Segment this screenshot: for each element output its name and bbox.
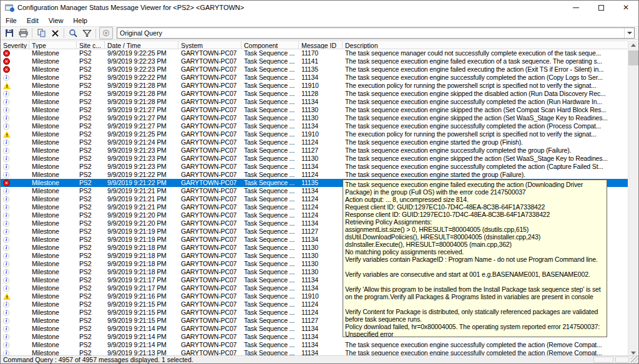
cell-severity	[1, 179, 29, 187]
cell-component: Task Sequence ...	[241, 195, 299, 203]
tooltip-line: Verify variables are consecutive and sta…	[345, 271, 605, 278]
column-header-severity[interactable]: Severity	[1, 41, 29, 49]
table-row[interactable]: Milestone PS2 9/9/2019 9:21:23 PM GARYTO…	[1, 146, 630, 155]
table-row[interactable]: Milestone PS2 9/9/2019 9:21:28 PM GARYTO…	[1, 90, 630, 98]
cell-severity	[1, 325, 29, 333]
cell-system: GARYTOWN-PC07	[178, 292, 241, 300]
scroll-up-button[interactable]	[628, 41, 638, 49]
table-row[interactable]: Milestone PS2 9/9/2019 9:21:23 PM GARYTO…	[1, 163, 630, 171]
table-row[interactable]: Milestone PS2 9/9/2019 9:22:23 PM GARYTO…	[1, 65, 630, 74]
toolbar-separator	[95, 28, 96, 38]
query-combobox[interactable]: Original Query	[117, 27, 635, 39]
cell-system: GARYTOWN-PC07	[178, 146, 241, 155]
cell-component: Task Sequence ...	[241, 187, 299, 195]
cell-description: The task sequence execution engine skipp…	[343, 106, 630, 114]
cell-date-time: 9/9/2019 9:21:21 PM	[105, 203, 178, 211]
chevron-down-icon	[627, 32, 632, 34]
delete-button[interactable]	[48, 27, 62, 39]
table-row[interactable]: Milestone PS2 9/9/2019 9:21:28 PM GARYTO…	[1, 82, 630, 90]
cell-type: Milestone	[29, 309, 77, 317]
cell-description: The execution policy for running the pow…	[343, 130, 630, 138]
cell-date-time: 9/9/2019 9:21:16 PM	[105, 292, 178, 300]
cell-type: Milestone	[29, 57, 77, 65]
cell-type: Milestone	[29, 300, 77, 309]
cell-type: Milestone	[29, 90, 77, 98]
severity-icon	[3, 261, 9, 267]
cell-date-time: 9/9/2019 9:21:14 PM	[105, 325, 178, 333]
menu-view[interactable]: View	[44, 16, 69, 26]
menu-file[interactable]: File	[1, 16, 22, 26]
cell-site-code: PS2	[77, 195, 105, 203]
cell-site-code: PS2	[77, 260, 105, 268]
cell-component: Task Sequence ...	[241, 82, 299, 90]
table-row[interactable]: Milestone PS2 9/9/2019 9:21:22 PM GARYTO…	[1, 171, 630, 179]
cell-message-id: 11134	[299, 341, 343, 349]
cell-type: Milestone	[29, 138, 77, 146]
cell-message-id: 11130	[299, 268, 343, 276]
refresh-query-button[interactable]	[66, 27, 80, 39]
menu-edit[interactable]: Edit	[22, 16, 44, 26]
maximize-button[interactable]	[588, 1, 613, 14]
close-button[interactable]: ✕	[613, 1, 638, 14]
column-header-component[interactable]: Component	[241, 41, 299, 49]
copy-button[interactable]	[34, 27, 48, 39]
column-header-type[interactable]: Type	[29, 41, 77, 49]
cell-component: Task Sequence ...	[241, 300, 299, 309]
severity-icon	[3, 318, 9, 324]
severity-icon	[3, 148, 9, 154]
tooltip-line: Request client ID: GUID:1297EC10-7D4C-48…	[345, 203, 605, 211]
table-row[interactable]: Milestone PS2 9/9/2019 9:21:28 PM GARYTO…	[1, 98, 630, 106]
column-header-date-time[interactable]: Date / Time	[105, 41, 178, 49]
table-row[interactable]: Milestone PS2 9/9/2019 9:21:27 PM GARYTO…	[1, 122, 630, 130]
tooltip-line: assignmentList.size() > 0, HRESULT=80004…	[345, 226, 605, 233]
table-row[interactable]: Milestone PS2 9/9/2019 9:22:25 PM GARYTO…	[1, 49, 630, 57]
cell-date-time: 9/9/2019 9:21:28 PM	[105, 82, 178, 90]
menu-help[interactable]: Help	[68, 16, 92, 26]
scrollbar-thumb[interactable]	[628, 50, 638, 65]
resize-grip[interactable]	[631, 356, 638, 363]
query-combobox-dropdown-button[interactable]	[624, 28, 634, 38]
filter-button[interactable]	[80, 27, 94, 39]
cell-component: Task Sequence ...	[241, 74, 299, 82]
cell-site-code: PS2	[77, 236, 105, 244]
cell-severity	[1, 228, 29, 236]
cell-system: GARYTOWN-PC07	[178, 163, 241, 171]
severity-icon	[3, 204, 9, 211]
cell-message-id: 11134	[299, 163, 343, 171]
cell-type: Milestone	[29, 49, 77, 57]
cell-system: GARYTOWN-PC07	[178, 268, 241, 276]
table-row[interactable]: Milestone PS2 9/9/2019 9:22:23 PM GARYTO…	[1, 57, 630, 65]
cell-description: The task sequence execution engine start…	[343, 171, 630, 179]
table-row[interactable]: Milestone PS2 9/9/2019 9:21:25 PM GARYTO…	[1, 130, 630, 138]
cell-site-code: PS2	[77, 300, 105, 309]
table-row[interactable]: Milestone PS2 9/9/2019 9:21:14 PM GARYTO…	[1, 341, 630, 349]
cell-site-code: PS2	[77, 309, 105, 317]
table-row[interactable]: Milestone PS2 9/9/2019 9:21:27 PM GARYTO…	[1, 114, 630, 122]
cell-site-code: PS2	[77, 325, 105, 333]
column-header-site-code[interactable]: Site c...	[77, 41, 105, 49]
cell-severity	[1, 292, 29, 300]
cell-site-code: PS2	[77, 292, 105, 300]
minimize-button[interactable]	[563, 1, 588, 14]
cell-type: Milestone	[29, 171, 77, 179]
table-row[interactable]: Milestone PS2 9/9/2019 9:21:27 PM GARYTO…	[1, 106, 630, 114]
column-header-message-id[interactable]: Message ID	[299, 41, 343, 49]
table-row[interactable]: Milestone PS2 9/9/2019 9:22:22 PM GARYTO…	[1, 74, 630, 82]
cell-component: Task Sequence ...	[241, 284, 299, 292]
tooltip-line: Policy download failed, hr=0x80004005. T…	[345, 323, 605, 330]
column-header-description[interactable]: Description	[343, 41, 630, 49]
print-button[interactable]	[16, 27, 30, 39]
cell-message-id: 11134	[299, 284, 343, 292]
table-row[interactable]: Milestone PS2 9/9/2019 9:21:23 PM GARYTO…	[1, 155, 630, 163]
vertical-scrollbar[interactable]	[628, 41, 638, 357]
cell-date-time: 9/9/2019 9:21:24 PM	[105, 138, 178, 146]
cell-site-code: PS2	[77, 244, 105, 252]
stop-query-button[interactable]	[99, 27, 113, 39]
table-row[interactable]: Milestone PS2 9/9/2019 9:21:24 PM GARYTO…	[1, 138, 630, 146]
column-header-system[interactable]: System	[178, 41, 241, 49]
severity-icon	[3, 221, 9, 227]
cell-description: The task sequence execution engine succe…	[343, 163, 630, 171]
save-button[interactable]	[2, 27, 16, 39]
cell-site-code: PS2	[77, 49, 105, 57]
refresh-query-icon	[69, 29, 78, 37]
